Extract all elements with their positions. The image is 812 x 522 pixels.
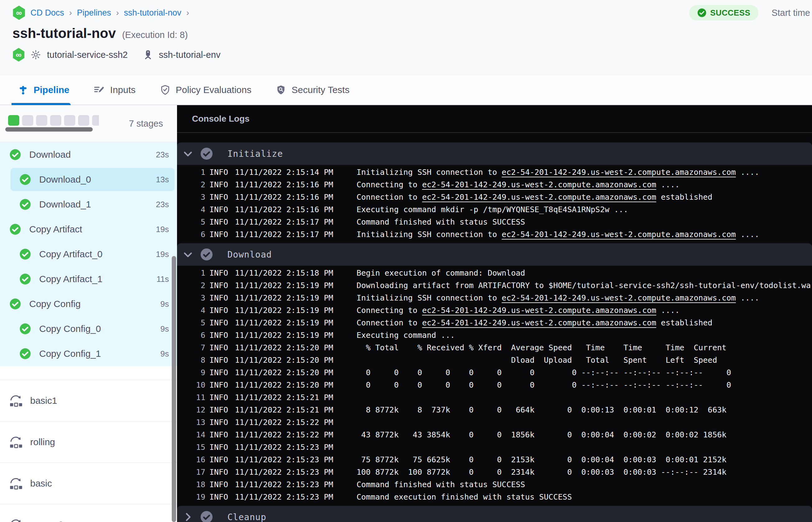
stage-name: Copy Config [29,299,161,309]
log-text: Dload Upload Total Spent Left Speed [357,356,717,365]
page-header: ∞ CD Docs › Pipelines › ssh-tutorial-nov… [0,0,812,105]
log-text: 0 0 0 0 0 0 0 0 --:--:-- --:--:-- --:--:… [357,380,731,389]
log-text: 8 8772k 8 737k 0 0 664k 0 0:00:13 0:00:0… [357,405,727,414]
deployment-item-rolling[interactable]: rolling [0,421,177,463]
log-text: 43 8772k 43 3854k 0 0 1856k 0 0:00:04 0:… [357,430,727,439]
breadcrumb-pipelines[interactable]: Pipelines [77,8,111,18]
log-line-number: 13 [177,416,205,429]
log-text: .... [656,306,679,315]
log-link[interactable]: ec2-54-201-142-249.us-west-2.compute.ama… [502,230,736,239]
log-line: 9INFO11/11/2022 2:15:20 PM 0 0 0 0 0 0 0… [177,366,812,379]
chevron-down-icon[interactable] [183,249,193,260]
deployment-item-canary2[interactable]: canary2 [0,504,177,522]
stage-name: Download_1 [39,199,156,210]
tab-inputs[interactable]: Inputs [94,75,136,104]
stage-row-copy-config[interactable]: Copy Config9s [0,292,177,316]
deployment-item-basic1[interactable]: basic1 [0,380,177,421]
log-text: Initializing SSH connection to [357,230,502,239]
log-level: INFO [209,317,235,329]
stages-sidebar: 7 stages Download23sDownload_013sDownloa… [0,105,177,522]
stage-row-download_1[interactable]: Download_123s [0,192,177,217]
log-link[interactable]: ec2-54-201-142-249.us-west-2.compute.ama… [422,193,656,202]
log-level: INFO [209,466,235,479]
security-shield-icon [276,85,286,95]
log-timestamp: 11/11/2022 2:15:14 PM [235,166,357,179]
log-level: INFO [209,292,235,304]
stage-name: Download_0 [39,174,156,185]
stage-name: Download [29,149,156,160]
log-section-initialize: Initialize1INFO11/11/2022 2:15:14 PMInit… [177,142,812,243]
log-line: 2INFO11/11/2022 2:15:19 PMDownloading ar… [177,279,812,292]
log-level: INFO [209,179,235,191]
log-line-number: 5 [177,216,205,228]
stage-row-download_0[interactable]: Download_013s [0,167,177,192]
environment-name[interactable]: ssh-tutorial-env [159,50,220,60]
log-level: INFO [209,416,235,429]
log-line-number: 3 [177,191,205,203]
log-section-header-initialize[interactable]: Initialize [177,142,812,165]
stage-row-copy-artifact_0[interactable]: Copy Artifact_019s [0,242,177,267]
log-line-number: 12 [177,404,205,416]
chevron-right-icon[interactable] [183,512,193,522]
log-level: INFO [209,329,235,342]
log-level: INFO [209,304,235,317]
stage-progress-square [50,115,61,126]
log-section-header-download[interactable]: Download [177,243,812,266]
log-link[interactable]: ec2-54-201-142-249.us-west-2.compute.ama… [422,306,656,315]
deployment-item-basic[interactable]: basic [0,463,177,504]
log-level: INFO [209,479,235,491]
section-success-icon [200,147,213,160]
log-line-number: 8 [177,354,205,366]
chevron-right-icon: › [69,8,72,18]
log-line: 12INFO11/11/2022 2:15:21 PM 8 8772k 8 73… [177,404,812,416]
breadcrumb-cd-docs[interactable]: CD Docs [31,8,64,18]
deployment-name: basic1 [30,395,57,406]
log-link[interactable]: ec2-54-201-142-249.us-west-2.compute.ama… [502,293,736,302]
log-line-number: 10 [177,379,205,392]
log-section-title: Initialize [227,149,283,159]
log-message: Begin execution of command: Download [357,267,525,279]
sidebar-scrollbar[interactable] [172,256,176,522]
log-link[interactable]: ec2-54-201-142-249.us-west-2.compute.ama… [422,318,656,327]
log-link[interactable]: ec2-54-201-142-249.us-west-2.compute.ama… [422,180,656,189]
log-message: Command finished with status SUCCESS [357,479,525,491]
log-line: 3INFO11/11/2022 2:15:16 PMConnection to … [177,191,812,203]
log-line-number: 4 [177,203,205,216]
tab-pipeline[interactable]: Pipeline [18,75,69,104]
log-line-number: 18 [177,479,205,491]
log-level: INFO [209,166,235,179]
stages-count-label: 7 stages [129,105,163,142]
stages-minimap-scrollbar[interactable] [5,127,93,132]
log-line: 5INFO11/11/2022 2:15:17 PMCommand finish… [177,216,812,228]
log-line-number: 7 [177,342,205,354]
log-timestamp: 11/11/2022 2:15:23 PM [235,454,357,466]
log-line: 6INFO11/11/2022 2:15:19 PMExecuting comm… [177,329,812,342]
tab-security-tests[interactable]: Security Tests [276,75,349,104]
stage-row-download[interactable]: Download23s [0,142,177,167]
log-line: 5INFO11/11/2022 2:15:19 PMConnection to … [177,317,812,329]
log-section-header-cleanup[interactable]: Cleanup [177,506,812,522]
tab-label: Policy Evaluations [176,85,251,95]
stage-success-icon [19,323,31,335]
stage-row-copy-config_0[interactable]: Copy Config_09s [0,316,177,341]
log-text: Command finished with status SUCCESS [357,218,525,226]
log-message: Downloading artifact from ARTIFACTORY to… [357,279,812,292]
check-circle-icon [697,8,707,17]
tab-policy-evaluations[interactable]: Policy Evaluations [160,75,251,104]
log-timestamp: 11/11/2022 2:15:20 PM [235,366,357,379]
stage-row-copy-artifact_1[interactable]: Copy Artifact_111s [0,267,177,292]
breadcrumb-pipeline-name[interactable]: ssh-tutorial-nov [124,8,181,18]
service-name[interactable]: tutorial-service-ssh2 [47,50,127,60]
log-level: INFO [209,379,235,392]
log-link[interactable]: ec2-54-201-142-249.us-west-2.compute.ama… [502,168,736,177]
stage-duration: 11s [157,274,169,284]
log-message: 75 8772k 75 6625k 0 0 2153k 0 0:00:04 0:… [357,454,727,466]
section-success-icon [200,248,213,261]
log-text: Downloading artifact from ARTIFACTORY to… [357,281,812,290]
stage-row-copy-artifact[interactable]: Copy Artifact19s [0,217,177,242]
stage-row-copy-config_1[interactable]: Copy Config_19s [0,341,177,366]
chevron-down-icon[interactable] [183,148,193,159]
log-line: 4INFO11/11/2022 2:15:19 PMConnecting to … [177,304,812,317]
log-lines: 1INFO11/11/2022 2:15:18 PMBegin executio… [177,266,812,506]
log-text: .... [736,293,759,302]
